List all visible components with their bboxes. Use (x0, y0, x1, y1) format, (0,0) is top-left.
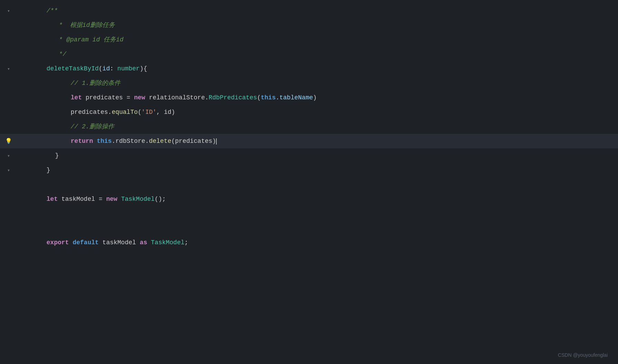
fold-icon-1[interactable] (7, 8, 10, 14)
gutter-1[interactable] (0, 8, 17, 14)
code-line-14: let taskModel = new TaskModel(); (0, 192, 618, 206)
code-line-12: } (0, 163, 618, 177)
line-content-14: let taskModel = new TaskModel(); (17, 177, 618, 221)
fold-icon-5[interactable] (7, 66, 10, 72)
code-editor: /** * 根据id删除任务 * @param id 任务id */ delet… (0, 0, 618, 364)
fold-icon-12[interactable] (7, 167, 10, 173)
watermark: CSDN @youyoufenglai (558, 352, 608, 358)
gutter-11[interactable] (0, 153, 17, 159)
code-line-17: export default taskModel as TaskModel; (0, 235, 618, 250)
line-content-17: export default taskModel as TaskModel; (17, 221, 618, 264)
bulb-icon[interactable]: 💡 (5, 138, 12, 145)
fold-icon-11[interactable] (7, 153, 10, 159)
gutter-5[interactable] (0, 66, 17, 72)
gutter-10[interactable]: 💡 (0, 138, 17, 145)
gutter-12[interactable] (0, 167, 17, 173)
